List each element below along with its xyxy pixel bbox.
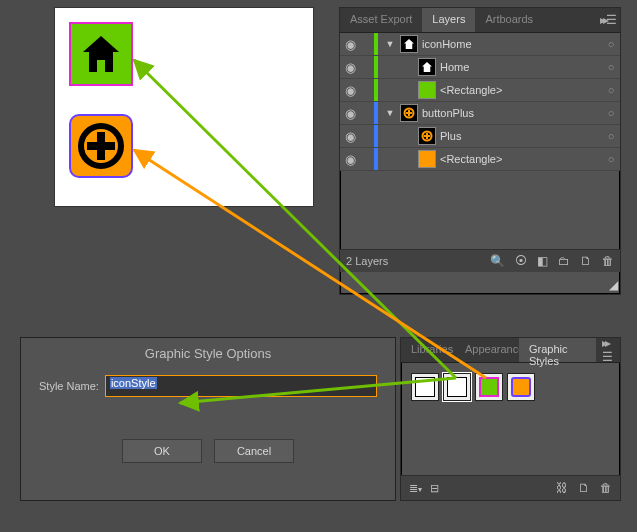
tab-libraries[interactable]: Libraries [401,338,455,362]
disclosure-triangle[interactable]: ▼ [384,108,396,118]
svg-rect-3 [87,142,115,150]
layer-color-edge [374,33,378,55]
disclosure-triangle[interactable]: ▼ [384,39,396,49]
layer-color-edge [374,102,378,124]
swatch-default[interactable] [411,373,439,401]
layer-color-edge [374,56,378,78]
locate-icon[interactable]: ⦿ [515,254,527,268]
layers-panel: Asset Export Layers Artboards ▸▸ ☰ ◉▼ico… [339,7,621,295]
plus-icon [77,122,125,170]
swatch-icon-style-green[interactable] [475,373,503,401]
layer-name[interactable]: Plus [440,130,602,142]
layer-row[interactable]: ◉<Rectangle>○ [340,148,620,171]
style-name-input[interactable]: iconStyle [105,375,377,397]
tab-graphic-styles[interactable]: Graphic Styles [519,338,597,362]
new-layer-icon[interactable]: 🗋 [580,254,592,268]
style-name-label: Style Name: [39,380,99,392]
break-link-icon[interactable]: ⛓ [556,481,568,495]
visibility-toggle[interactable]: ◉ [340,106,360,121]
home-icon [79,32,123,76]
panel-menu-icon[interactable]: ▸▸ ☰ [596,338,620,362]
layer-row[interactable]: ◉▼buttonPlus○ [340,102,620,125]
target-icon[interactable]: ○ [602,61,620,73]
delete-icon[interactable]: 🗑 [602,254,614,268]
delete-icon[interactable]: 🗑 [600,481,612,495]
target-icon[interactable]: ○ [602,38,620,50]
tab-appearance[interactable]: Appearance [455,338,519,362]
styles-footer: ≣▾ ⊟ ⛓ 🗋 🗑 [401,475,620,500]
layer-name[interactable]: <Rectangle> [440,84,602,96]
layer-rows: ◉▼iconHome○◉Home○◉<Rectangle>○◉▼buttonPl… [340,33,620,171]
layer-thumbnail [400,35,418,53]
layer-name[interactable]: iconHome [422,38,602,50]
target-icon[interactable]: ○ [602,84,620,96]
layer-name[interactable]: <Rectangle> [440,153,602,165]
visibility-toggle[interactable]: ◉ [340,83,360,98]
layer-row[interactable]: ◉Plus○ [340,125,620,148]
svg-rect-0 [97,60,105,68]
graphic-styles-panel: Libraries Appearance Graphic Styles ▸▸ ☰… [400,337,621,501]
layers-count: 2 Layers [346,255,388,267]
art-button-plus[interactable] [69,114,133,178]
visibility-toggle[interactable]: ◉ [340,129,360,144]
swatch-default-outline[interactable] [443,373,471,401]
tab-artboards[interactable]: Artboards [475,8,543,32]
layer-thumbnail [400,104,418,122]
layer-color-edge [374,148,378,170]
visibility-toggle[interactable]: ◉ [340,60,360,75]
style-swatches [401,363,620,411]
target-icon[interactable]: ○ [602,153,620,165]
panel-menu-icon[interactable]: ▸▸ ☰ [594,8,620,32]
panel-tab-bar: Asset Export Layers Artboards ▸▸ ☰ [340,8,620,33]
storage-icon[interactable]: ⊟ [430,482,439,495]
layer-row[interactable]: ◉Home○ [340,56,620,79]
layer-color-edge [374,79,378,101]
layer-thumbnail [418,127,436,145]
layer-name[interactable]: buttonPlus [422,107,602,119]
layer-thumbnail [418,150,436,168]
target-icon[interactable]: ○ [602,107,620,119]
resize-corner-icon[interactable]: ◢ [609,278,618,292]
tab-asset-export[interactable]: Asset Export [340,8,422,32]
layer-thumbnail [418,58,436,76]
visibility-toggle[interactable]: ◉ [340,37,360,52]
menu-icon[interactable]: ≣▾ [409,482,422,495]
graphic-style-options-dialog: Graphic Style Options Style Name: iconSt… [20,337,396,501]
svg-rect-6 [406,112,412,114]
ok-button[interactable]: OK [122,439,202,463]
layers-footer: 2 Layers 🔍 ⦿ ◧ 🗀 🗋 🗑 [340,249,620,272]
layer-color-edge [374,125,378,147]
art-icon-home[interactable] [69,22,133,86]
visibility-toggle[interactable]: ◉ [340,152,360,167]
layer-row[interactable]: ◉<Rectangle>○ [340,79,620,102]
layer-name[interactable]: Home [440,61,602,73]
styles-tab-bar: Libraries Appearance Graphic Styles ▸▸ ☰ [401,338,620,363]
dialog-title: Graphic Style Options [21,338,395,375]
layer-row[interactable]: ◉▼iconHome○ [340,33,620,56]
artboard-canvas [54,7,314,207]
layer-thumbnail [418,81,436,99]
new-sublayer-icon[interactable]: 🗀 [558,254,570,268]
cancel-button[interactable]: Cancel [214,439,294,463]
svg-rect-9 [424,135,430,137]
clip-mask-icon[interactable]: ◧ [537,254,548,268]
new-style-icon[interactable]: 🗋 [578,481,590,495]
search-icon[interactable]: 🔍 [490,254,505,268]
target-icon[interactable]: ○ [602,130,620,142]
tab-layers[interactable]: Layers [422,8,475,32]
swatch-icon-style-orange[interactable] [507,373,535,401]
